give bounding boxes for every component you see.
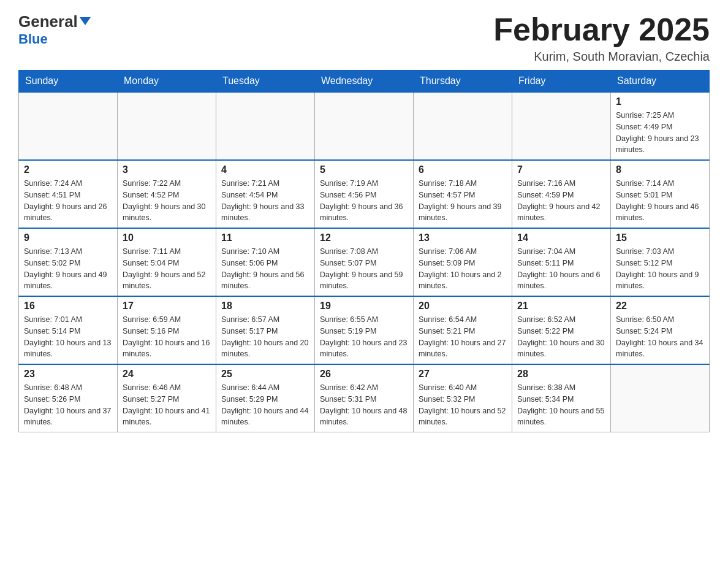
- logo-general-text: General: [18, 12, 78, 31]
- calendar-cell: [611, 364, 710, 432]
- day-info: Sunrise: 7:03 AM Sunset: 5:12 PM Dayligh…: [616, 246, 704, 292]
- day-number: 13: [419, 232, 507, 243]
- calendar-cell: 5Sunrise: 7:19 AM Sunset: 4:56 PM Daylig…: [315, 160, 414, 228]
- day-info: Sunrise: 7:24 AM Sunset: 4:51 PM Dayligh…: [24, 178, 112, 224]
- calendar-week-row: 1Sunrise: 7:25 AM Sunset: 4:49 PM Daylig…: [19, 92, 710, 160]
- calendar-cell: 14Sunrise: 7:04 AM Sunset: 5:11 PM Dayli…: [512, 228, 611, 296]
- logo-arrow-icon: [80, 17, 91, 25]
- day-number: 26: [320, 369, 408, 380]
- day-info: Sunrise: 6:40 AM Sunset: 5:32 PM Dayligh…: [419, 382, 507, 428]
- calendar-cell: 9Sunrise: 7:13 AM Sunset: 5:02 PM Daylig…: [19, 228, 118, 296]
- day-info: Sunrise: 7:16 AM Sunset: 4:59 PM Dayligh…: [517, 178, 605, 224]
- day-info: Sunrise: 7:21 AM Sunset: 4:54 PM Dayligh…: [221, 178, 309, 224]
- calendar-cell: [414, 92, 512, 160]
- day-number: 12: [320, 232, 408, 243]
- weekday-header: Wednesday: [315, 71, 414, 93]
- calendar-week-row: 23Sunrise: 6:48 AM Sunset: 5:26 PM Dayli…: [19, 364, 710, 432]
- day-number: 3: [123, 164, 211, 175]
- day-info: Sunrise: 7:08 AM Sunset: 5:07 PM Dayligh…: [320, 246, 408, 292]
- day-number: 4: [221, 164, 309, 175]
- calendar-cell: 8Sunrise: 7:14 AM Sunset: 5:01 PM Daylig…: [611, 160, 710, 228]
- day-info: Sunrise: 7:22 AM Sunset: 4:52 PM Dayligh…: [123, 178, 211, 224]
- calendar-cell: [19, 92, 118, 160]
- day-number: 11: [221, 232, 309, 243]
- day-info: Sunrise: 7:19 AM Sunset: 4:56 PM Dayligh…: [320, 178, 408, 224]
- calendar-cell: 16Sunrise: 7:01 AM Sunset: 5:14 PM Dayli…: [19, 296, 118, 364]
- calendar-table: SundayMondayTuesdayWednesdayThursdayFrid…: [18, 70, 710, 432]
- calendar-cell: 27Sunrise: 6:40 AM Sunset: 5:32 PM Dayli…: [414, 364, 512, 432]
- day-number: 9: [24, 232, 112, 243]
- day-number: 27: [419, 369, 507, 380]
- day-info: Sunrise: 7:18 AM Sunset: 4:57 PM Dayligh…: [419, 178, 507, 224]
- logo-general: General: [18, 12, 91, 31]
- calendar-week-row: 2Sunrise: 7:24 AM Sunset: 4:51 PM Daylig…: [19, 160, 710, 228]
- weekday-header: Thursday: [414, 71, 512, 93]
- day-number: 5: [320, 164, 408, 175]
- day-info: Sunrise: 6:54 AM Sunset: 5:21 PM Dayligh…: [419, 314, 507, 360]
- day-number: 15: [616, 232, 704, 243]
- title-block: February 2025 Kurim, South Moravian, Cze…: [493, 12, 710, 64]
- day-number: 2: [24, 164, 112, 175]
- weekday-header: Saturday: [611, 71, 710, 93]
- calendar-cell: [512, 92, 611, 160]
- month-title: February 2025: [493, 12, 710, 47]
- calendar-cell: 28Sunrise: 6:38 AM Sunset: 5:34 PM Dayli…: [512, 364, 611, 432]
- day-number: 6: [419, 164, 507, 175]
- calendar-cell: 10Sunrise: 7:11 AM Sunset: 5:04 PM Dayli…: [118, 228, 216, 296]
- weekday-header: Sunday: [19, 71, 118, 93]
- day-info: Sunrise: 7:14 AM Sunset: 5:01 PM Dayligh…: [616, 178, 704, 224]
- calendar-week-row: 16Sunrise: 7:01 AM Sunset: 5:14 PM Dayli…: [19, 296, 710, 364]
- day-info: Sunrise: 6:42 AM Sunset: 5:31 PM Dayligh…: [320, 382, 408, 428]
- day-info: Sunrise: 6:52 AM Sunset: 5:22 PM Dayligh…: [517, 314, 605, 360]
- day-number: 17: [123, 301, 211, 312]
- day-info: Sunrise: 7:06 AM Sunset: 5:09 PM Dayligh…: [419, 246, 507, 292]
- calendar-cell: 20Sunrise: 6:54 AM Sunset: 5:21 PM Dayli…: [414, 296, 512, 364]
- calendar-cell: 1Sunrise: 7:25 AM Sunset: 4:49 PM Daylig…: [611, 92, 710, 160]
- calendar-cell: 12Sunrise: 7:08 AM Sunset: 5:07 PM Dayli…: [315, 228, 414, 296]
- day-info: Sunrise: 7:04 AM Sunset: 5:11 PM Dayligh…: [517, 246, 605, 292]
- calendar-cell: 18Sunrise: 6:57 AM Sunset: 5:17 PM Dayli…: [216, 296, 315, 364]
- weekday-header: Friday: [512, 71, 611, 93]
- calendar-cell: 15Sunrise: 7:03 AM Sunset: 5:12 PM Dayli…: [611, 228, 710, 296]
- day-number: 21: [517, 301, 605, 312]
- day-number: 25: [221, 369, 309, 380]
- day-number: 28: [517, 369, 605, 380]
- day-number: 24: [123, 369, 211, 380]
- calendar-cell: 26Sunrise: 6:42 AM Sunset: 5:31 PM Dayli…: [315, 364, 414, 432]
- calendar-cell: 19Sunrise: 6:55 AM Sunset: 5:19 PM Dayli…: [315, 296, 414, 364]
- day-number: 7: [517, 164, 605, 175]
- day-number: 1: [616, 96, 704, 107]
- calendar-cell: 4Sunrise: 7:21 AM Sunset: 4:54 PM Daylig…: [216, 160, 315, 228]
- calendar-cell: 11Sunrise: 7:10 AM Sunset: 5:06 PM Dayli…: [216, 228, 315, 296]
- weekday-header: Monday: [118, 71, 216, 93]
- logo: General Blue: [18, 12, 91, 47]
- day-info: Sunrise: 6:48 AM Sunset: 5:26 PM Dayligh…: [24, 382, 112, 428]
- calendar-cell: 2Sunrise: 7:24 AM Sunset: 4:51 PM Daylig…: [19, 160, 118, 228]
- day-number: 14: [517, 232, 605, 243]
- calendar-cell: [315, 92, 414, 160]
- calendar-header-row: SundayMondayTuesdayWednesdayThursdayFrid…: [19, 71, 710, 93]
- day-info: Sunrise: 6:55 AM Sunset: 5:19 PM Dayligh…: [320, 314, 408, 360]
- day-info: Sunrise: 6:46 AM Sunset: 5:27 PM Dayligh…: [123, 382, 211, 428]
- day-number: 10: [123, 232, 211, 243]
- day-number: 16: [24, 301, 112, 312]
- logo-blue-text: Blue: [18, 31, 91, 47]
- calendar-cell: 17Sunrise: 6:59 AM Sunset: 5:16 PM Dayli…: [118, 296, 216, 364]
- page-header: General Blue February 2025 Kurim, South …: [18, 12, 710, 64]
- calendar-week-row: 9Sunrise: 7:13 AM Sunset: 5:02 PM Daylig…: [19, 228, 710, 296]
- weekday-header: Tuesday: [216, 71, 315, 93]
- day-info: Sunrise: 7:13 AM Sunset: 5:02 PM Dayligh…: [24, 246, 112, 292]
- day-info: Sunrise: 6:38 AM Sunset: 5:34 PM Dayligh…: [517, 382, 605, 428]
- day-number: 8: [616, 164, 704, 175]
- calendar-cell: 3Sunrise: 7:22 AM Sunset: 4:52 PM Daylig…: [118, 160, 216, 228]
- day-info: Sunrise: 7:25 AM Sunset: 4:49 PM Dayligh…: [616, 110, 704, 156]
- day-info: Sunrise: 6:59 AM Sunset: 5:16 PM Dayligh…: [123, 314, 211, 360]
- calendar-cell: 24Sunrise: 6:46 AM Sunset: 5:27 PM Dayli…: [118, 364, 216, 432]
- day-number: 18: [221, 301, 309, 312]
- day-number: 22: [616, 301, 704, 312]
- calendar-cell: 23Sunrise: 6:48 AM Sunset: 5:26 PM Dayli…: [19, 364, 118, 432]
- day-number: 23: [24, 369, 112, 380]
- day-number: 19: [320, 301, 408, 312]
- calendar-cell: 21Sunrise: 6:52 AM Sunset: 5:22 PM Dayli…: [512, 296, 611, 364]
- day-info: Sunrise: 7:10 AM Sunset: 5:06 PM Dayligh…: [221, 246, 309, 292]
